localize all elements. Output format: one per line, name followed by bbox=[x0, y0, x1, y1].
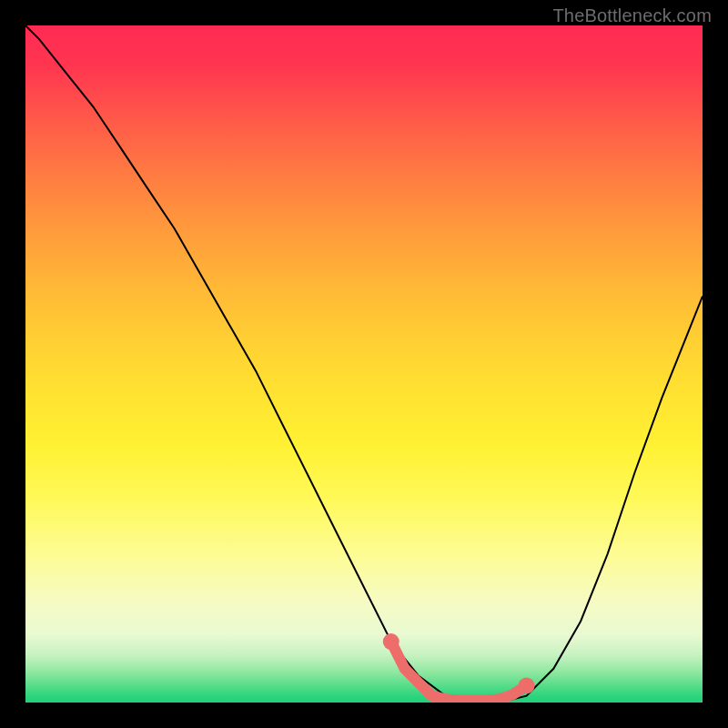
watermark-text: TheBottleneck.com bbox=[552, 5, 712, 26]
highlight-segment bbox=[391, 642, 527, 701]
marker-layer bbox=[25, 25, 703, 703]
curve-layer bbox=[25, 25, 703, 703]
marker-dot-left bbox=[383, 633, 399, 650]
chart-stage: TheBottleneck.com bbox=[0, 0, 728, 728]
bottleneck-curve bbox=[25, 25, 703, 703]
plot-area bbox=[25, 25, 703, 703]
marker-dot-right bbox=[519, 677, 535, 693]
